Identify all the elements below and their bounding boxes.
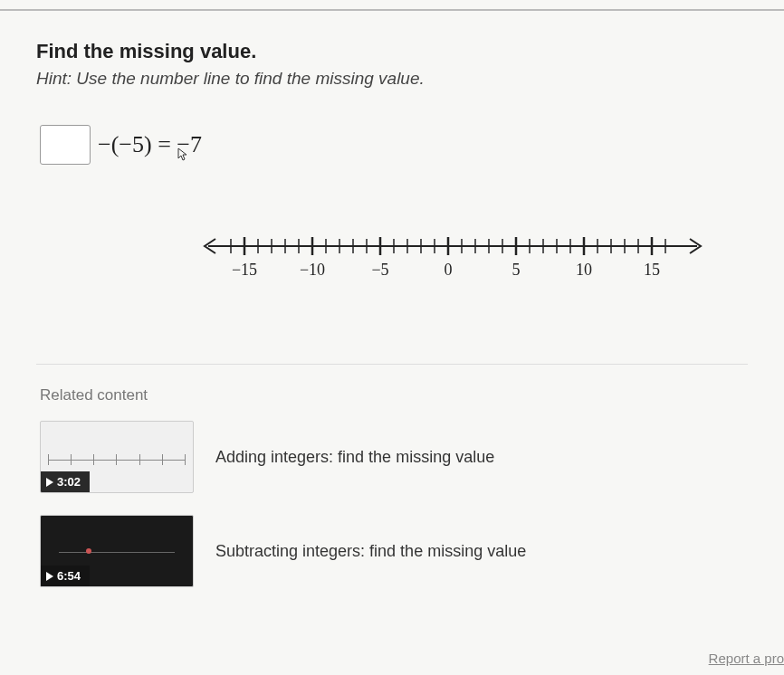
report-problem-link[interactable]: Report a pro [709, 651, 784, 666]
video-thumbnail[interactable]: 6:54 [40, 515, 194, 587]
question-title: Find the missing value. [36, 40, 748, 63]
equation-expression: −(−5) = −7 [98, 131, 202, 158]
play-icon [46, 478, 53, 487]
tick-label: 5 [512, 261, 521, 279]
duration-text: 3:02 [57, 475, 81, 489]
main-content: Find the missing value. Hint: Use the nu… [0, 11, 784, 587]
video-duration-badge: 6:54 [41, 566, 90, 586]
video-title: Adding integers: find the missing value [215, 448, 494, 467]
play-icon [46, 572, 53, 581]
tick-label: 10 [576, 261, 592, 279]
answer-input[interactable] [40, 125, 91, 165]
question-hint: Hint: Use the number line to find the mi… [36, 69, 748, 89]
video-duration-badge: 3:02 [41, 471, 90, 492]
video-title: Subtracting integers: find the missing v… [215, 542, 526, 561]
related-video-1[interactable]: 3:02 Adding integers: find the missing v… [40, 421, 748, 493]
cursor-icon [177, 147, 190, 166]
duration-text: 6:54 [57, 569, 81, 583]
number-line: −15 −10 −5 0 5 10 15 [199, 219, 748, 291]
tick-label: 0 [445, 261, 453, 279]
tick-label: −15 [232, 261, 257, 279]
equation-row: −(−5) = −7 [40, 125, 748, 165]
related-video-2[interactable]: 6:54 Subtracting integers: find the miss… [40, 515, 748, 587]
section-divider [36, 364, 748, 365]
tick-label: −5 [371, 261, 388, 279]
related-content-heading: Related content [40, 386, 748, 404]
tick-label: −10 [300, 261, 325, 279]
tick-label: 15 [644, 261, 660, 279]
video-thumbnail[interactable]: 3:02 [40, 421, 194, 493]
